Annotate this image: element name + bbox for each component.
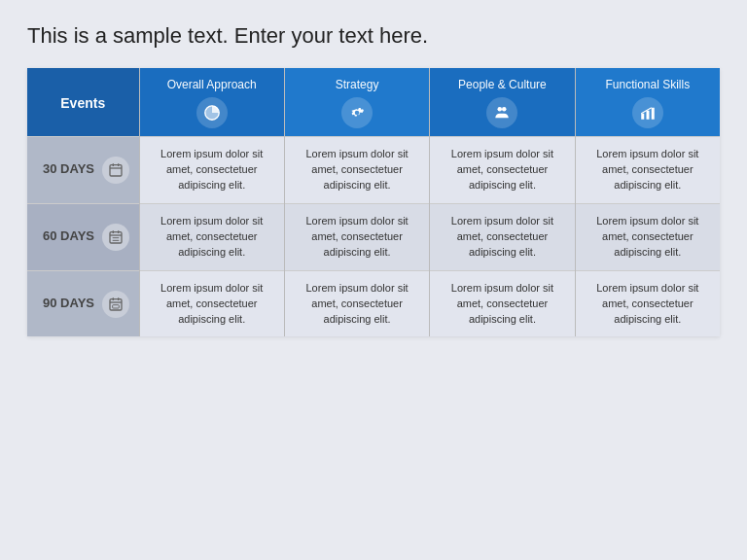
table-wrapper: Events Overall Approach [27, 68, 720, 336]
cell-60d-strategy: Lorem ipsum dolor sit amet, consectetuer… [284, 203, 429, 270]
people-culture-icon-wrapper [438, 97, 566, 128]
cell-60d-approach: Lorem ipsum dolor sit amet, consectetuer… [139, 203, 284, 270]
col-header-functional-skills: Functional Skills [575, 68, 720, 137]
cell-60d-skills: Lorem ipsum dolor sit amet, consectetuer… [575, 203, 720, 270]
pie-chart-icon [196, 97, 228, 128]
svg-rect-5 [652, 108, 655, 120]
overall-approach-icon-wrapper [148, 97, 276, 128]
cell-30d-approach: Lorem ipsum dolor sit amet, consectetuer… [139, 137, 284, 204]
events-header: Events [27, 68, 139, 137]
svg-rect-20 [113, 304, 120, 307]
page: This is a sample text. Enter your text h… [0, 0, 747, 560]
col-header-overall-approach: Overall Approach [139, 68, 284, 137]
cell-90d-people: Lorem ipsum dolor sit amet, consectetuer… [430, 270, 575, 336]
cell-90d-skills: Lorem ipsum dolor sit amet, consectetuer… [575, 270, 720, 336]
svg-rect-3 [641, 114, 644, 120]
row-label-90days: 90 DAYS [27, 270, 139, 336]
cell-60d-people: Lorem ipsum dolor sit amet, consectetuer… [430, 203, 575, 270]
svg-point-1 [498, 107, 503, 112]
cell-90d-strategy: Lorem ipsum dolor sit amet, consectetuer… [284, 270, 429, 336]
row-label-30days: 30 DAYS [27, 137, 139, 204]
people-icon [486, 97, 517, 128]
table-row: 90 DAYS [27, 270, 720, 336]
cell-30d-strategy: Lorem ipsum dolor sit amet, consectetuer… [284, 137, 429, 204]
calendar-60-icon [102, 224, 129, 251]
col-header-strategy: Strategy [284, 68, 429, 137]
row-label-60days: 60 DAYS [27, 203, 139, 270]
svg-rect-6 [110, 165, 122, 176]
calendar-30-icon [102, 157, 129, 184]
gear-icon [341, 97, 373, 128]
svg-point-2 [502, 107, 507, 112]
chart-bar-icon [632, 97, 663, 128]
cell-90d-approach: Lorem ipsum dolor sit amet, consectetuer… [139, 270, 284, 336]
cell-30d-skills: Lorem ipsum dolor sit amet, consectetuer… [575, 137, 720, 204]
cell-30d-people: Lorem ipsum dolor sit amet, consectetuer… [430, 137, 575, 204]
main-table: Events Overall Approach [27, 68, 720, 336]
functional-skills-icon-wrapper [584, 97, 712, 128]
table-row: 60 DAYS [27, 203, 720, 270]
strategy-icon-wrapper [293, 97, 421, 128]
table-row: 30 DAYS Lorem ipsum dolor [27, 137, 720, 204]
svg-rect-4 [646, 111, 649, 120]
page-title: This is a sample text. Enter your text h… [27, 23, 720, 49]
col-header-people-culture: People & Culture [430, 68, 575, 137]
calendar-90-icon [102, 291, 129, 318]
